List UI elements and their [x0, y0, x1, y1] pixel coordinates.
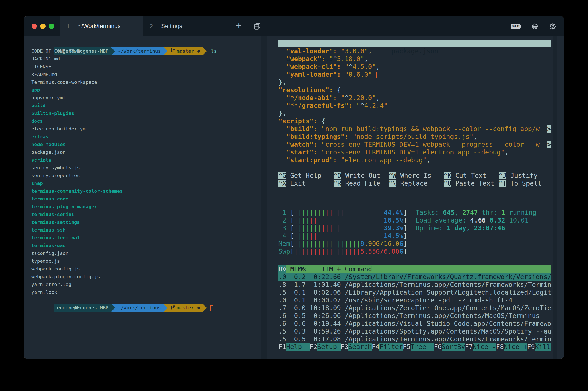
- file-item: extras: [31, 133, 260, 141]
- file-item: node_modules: [31, 141, 260, 148]
- directory-name: app: [31, 87, 40, 93]
- text-segment: [279, 63, 286, 70]
- text-segment: [337, 156, 341, 164]
- file-item: webpack.plugin.config.js: [31, 273, 260, 281]
- text-segment: ,: [376, 94, 380, 101]
- htop-meters: 1 [||||||||||||| 44.4%] 2 [|||||| 18.5%]…: [279, 209, 407, 255]
- process-row[interactable]: .7 0.0 10:18.09 /Applications/ZeroTier O…: [279, 304, 551, 312]
- shortcut-row: ^G Get Help^O Write Out^W Where Is^K Cut…: [279, 172, 555, 180]
- text-segment: Swp: [279, 248, 290, 255]
- text-segment: "*/node-abi":: [286, 94, 337, 101]
- terminal-cursor: [211, 305, 214, 311]
- text-segment: [279, 47, 286, 55]
- process-row[interactable]: .0 0.1 0:00.07 /usr/sbin/screencapture -…: [279, 296, 551, 304]
- fkey-button[interactable]: F5Tree: [403, 343, 434, 351]
- process-row[interactable]: .5 0.3 8:59.26 /Applications/Spotify.app…: [279, 327, 551, 335]
- minimize-window-button[interactable]: [40, 23, 46, 29]
- directory-name: snap: [31, 181, 43, 186]
- fkey-button[interactable]: F2Setup: [309, 343, 341, 351]
- fkey-button[interactable]: F3Search: [341, 343, 372, 351]
- process-row[interactable]: .5 0.5 0:17.08 /Applications/Terminus.ap…: [279, 335, 551, 343]
- text-segment: ]: [403, 216, 407, 224]
- process-row[interactable]: .5 0.1 8:02.06 /Library/Application Supp…: [279, 289, 551, 296]
- text-segment: ||||: [294, 216, 309, 224]
- git-dirty-dot-icon: [197, 50, 200, 53]
- fkey-button[interactable]: F9Kill: [527, 343, 551, 351]
- text-segment: [337, 94, 341, 101]
- text-segment: 1: [501, 209, 505, 216]
- fkey-button[interactable]: F6SortBy: [434, 343, 465, 351]
- tab-terminal[interactable]: 1 ~/Work/terminus: [60, 16, 143, 36]
- file-item: terminus-community-color-schemes: [31, 187, 260, 195]
- text-segment: {: [337, 86, 341, 94]
- terminal-pane-nano[interactable]: package.json GNU nano 4.5 "val-loader": …: [279, 40, 551, 164]
- new-tab-button[interactable]: +: [232, 16, 245, 36]
- text-segment: 8: [360, 240, 364, 247]
- fkey-label: Setup: [317, 343, 341, 351]
- text-segment: "build:typings":: [286, 133, 349, 140]
- process-row[interactable]: .0 0.2 0:22.66 /System/Library/Framework…: [279, 273, 551, 281]
- text-segment: G: [399, 248, 403, 255]
- nano-shortcut: ^R Read File: [334, 180, 388, 187]
- process-row[interactable]: .6 0.5 0:26.06 /Applications/Terminus.ap…: [279, 312, 551, 320]
- nano-line: "watch": "cross-env TERMINUS_DEV=1 webpa…: [279, 141, 551, 148]
- text-segment: .90G/16.0: [364, 240, 399, 247]
- sort-column-header[interactable]: U%: [279, 265, 286, 273]
- text-segment: |||||||||||||||||: [294, 240, 360, 247]
- line-truncated-marker: >: [547, 125, 551, 133]
- nano-line: "resolutions": {: [279, 86, 551, 94]
- text-segment: 39.3%: [384, 224, 403, 232]
- fkey-button[interactable]: F8Nice +: [496, 343, 527, 351]
- serial-port-icon[interactable]: IOIOI: [511, 24, 521, 29]
- nano-line: "scripts": {: [279, 117, 551, 125]
- close-window-button[interactable]: [31, 23, 37, 29]
- shortcut-row: ^X Exit^R Read File^\ Replace^U Paste Te…: [279, 180, 555, 187]
- text-segment: 2.20.0": [349, 94, 376, 101]
- terminal-pane-left[interactable]: eugene@Eugenes-MBP~/Work/terminusmasterl…: [31, 40, 260, 304]
- text-segment: 4.66: [470, 216, 486, 224]
- text-segment: |||||: [325, 209, 345, 216]
- gear-icon[interactable]: [549, 23, 557, 30]
- powerline-arrow-icon: [111, 47, 115, 55]
- file-name: yarn-error.log: [31, 282, 71, 287]
- nano-line: "build:typings": "node scripts/build-typ…: [279, 133, 551, 141]
- process-table-header[interactable]: U% MEM% TIME+ Command: [279, 265, 551, 273]
- cpu-meter: 2 [|||||| 18.5%]: [279, 216, 407, 224]
- text-segment: [325, 55, 329, 63]
- fkey-number: F3: [341, 343, 348, 351]
- split-pane-icon[interactable]: [250, 16, 264, 36]
- text-segment: "electron app --debug": [341, 156, 427, 164]
- file-item: sentry-symbols.js: [31, 164, 260, 172]
- text-segment: ^: [333, 55, 337, 63]
- process-row[interactable]: .8 1.7 1:01.40 /Applications/Terminus.ap…: [279, 281, 551, 289]
- directory-name: terminus-plugin-manager: [31, 204, 97, 209]
- nano-line: },: [279, 109, 551, 117]
- fkey-label: Help: [286, 343, 309, 351]
- tasks-line: Uptime: 1 day, 23:07:46: [416, 224, 536, 232]
- text-segment: "start:prod":: [286, 156, 337, 164]
- left-pane-scrollbar[interactable]: [261, 36, 267, 359]
- text-segment: "0.6.0": [345, 71, 372, 78]
- globe-icon[interactable]: [531, 23, 538, 30]
- zoom-window-button[interactable]: [49, 23, 54, 29]
- text-segment: 10.01: [505, 216, 528, 224]
- prompt-git: master: [167, 304, 203, 312]
- directory-name: extras: [31, 134, 48, 139]
- text-segment: Load average:: [416, 216, 470, 224]
- process-row[interactable]: .6 0.6 0:19.44 /Applications/Visual Stud…: [279, 320, 551, 327]
- file-name: webpack.config.js: [31, 266, 80, 272]
- nano-line: "yaml-loader": "0.6.0": [279, 71, 551, 78]
- toolbar-right: IOIOI: [511, 16, 564, 36]
- text-segment: |||||||||||||||||: [294, 248, 360, 255]
- fkey-button[interactable]: F1Help: [279, 343, 309, 351]
- htop-tasks-summary: Tasks: 645, 2747 thr; 1 runningLoad aver…: [416, 209, 536, 232]
- directory-name: build: [31, 103, 46, 108]
- tab-settings[interactable]: 2 Settings: [143, 16, 229, 36]
- right-pane-scrollbar[interactable]: [553, 36, 557, 359]
- text-segment: "3.0.0": [341, 47, 368, 55]
- fkey-button[interactable]: F4Filter: [372, 343, 403, 351]
- htop-process-table[interactable]: U% MEM% TIME+ Command .0 0.2 0:22.66 /Sy…: [279, 265, 551, 351]
- fkey-button[interactable]: F7Nice -: [465, 343, 496, 351]
- nano-line: "start": "cross-env TERMINUS_DEV=1 elect…: [279, 148, 551, 156]
- text-segment: ,: [376, 63, 380, 70]
